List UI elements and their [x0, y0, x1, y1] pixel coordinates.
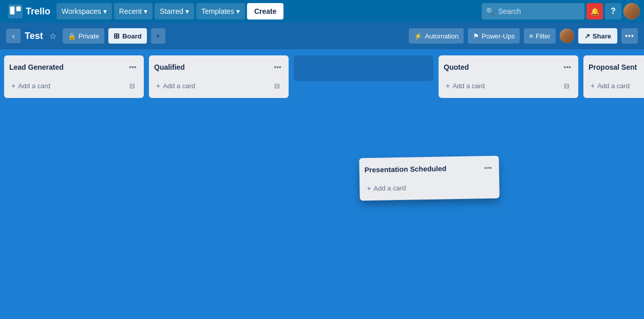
board-content: Lead Generated ••• + Add a card ⊟ Qualif… — [0, 49, 644, 319]
recent-label: Recent — [119, 7, 142, 15]
list-menu-button-presentation[interactable]: ••• — [482, 161, 494, 174]
list-header-qualified: Qualified ••• — [154, 61, 283, 73]
plus-icon-qualified: + — [156, 82, 160, 90]
add-card-button-presentation[interactable]: + Add a card — [365, 179, 494, 195]
notification-button[interactable]: 🔔 — [586, 3, 603, 19]
board-view-button[interactable]: ⊞ Board — [108, 28, 147, 44]
svg-rect-2 — [16, 6, 21, 11]
share-label: Share — [593, 32, 611, 40]
add-card-button-quoted[interactable]: + Add a card — [444, 78, 560, 93]
board-private-button[interactable]: 🔒 Private — [63, 28, 104, 44]
add-card-button-qualified[interactable]: + Add a card — [154, 78, 270, 93]
plus-icon-proposal: + — [591, 82, 595, 90]
help-button[interactable]: ? — [605, 3, 621, 19]
search-input[interactable] — [482, 3, 584, 19]
plus-icon-quoted: + — [446, 82, 450, 90]
list-proposal-sent: Proposal Sent ••• + Add a card ⊟ — [583, 55, 644, 98]
add-card-label-qualified: Add a card — [163, 82, 195, 90]
recent-menu[interactable]: Recent ▾ — [114, 3, 153, 19]
list-title-presentation: Presentation Scheduled — [365, 164, 447, 174]
svg-rect-1 — [10, 6, 15, 14]
board-more-button[interactable]: ••• — [621, 28, 638, 44]
templates-chevron: ▾ — [236, 7, 240, 15]
help-icon: ? — [611, 7, 616, 16]
starred-menu[interactable]: Starred ▾ — [155, 3, 194, 19]
automation-label: Automation — [425, 32, 459, 40]
recent-chevron: ▾ — [144, 7, 147, 15]
navbar: Trello Workspaces ▾ Recent ▾ Starred ▾ T… — [0, 0, 644, 23]
create-button[interactable]: Create — [247, 3, 284, 19]
workspaces-menu[interactable]: Workspaces ▾ — [56, 3, 112, 19]
list-menu-button-lead-generated[interactable]: ••• — [127, 61, 139, 73]
add-card-button-proposal-sent[interactable]: + Add a card — [589, 78, 644, 93]
board-star-button[interactable]: ☆ — [47, 29, 59, 43]
add-card-label-quoted: Add a card — [452, 82, 485, 90]
add-card-label-proposal: Add a card — [597, 82, 630, 90]
list-title-proposal-sent: Proposal Sent — [589, 63, 637, 71]
list-quoted: Quoted ••• + Add a card ⊟ — [439, 55, 578, 98]
list-title-lead-generated: Lead Generated — [9, 63, 64, 71]
powerups-label: Power-Ups — [482, 32, 515, 40]
add-card-row-qualified: + Add a card ⊟ — [154, 78, 283, 93]
starred-label: Starred — [160, 7, 183, 15]
create-template-button-qualified[interactable]: ⊟ — [270, 78, 283, 93]
add-card-row-lead-generated: + Add a card ⊟ — [9, 78, 139, 93]
board-title: Test — [25, 31, 43, 42]
workspaces-label: Workspaces — [62, 7, 101, 15]
board-view-icon: ⊞ — [113, 32, 120, 40]
create-template-icon: ⊟ — [129, 82, 135, 90]
avatar-image — [623, 3, 640, 19]
ellipsis-icon-presentation: ••• — [484, 164, 492, 172]
templates-menu[interactable]: Templates ▾ — [196, 3, 245, 19]
list-header-presentation: Presentation Scheduled ••• — [364, 161, 494, 176]
list-title-quoted: Quoted — [444, 63, 469, 71]
board-back-button[interactable]: ‹ — [6, 29, 21, 43]
add-card-row-quoted: + Add a card ⊟ — [444, 78, 573, 93]
plus-icon-presentation: + — [367, 184, 371, 192]
powerups-icon: ⚑ — [473, 32, 479, 40]
lightning-icon: ⚡ — [414, 32, 422, 40]
add-card-label-presentation: Add a card — [373, 184, 406, 192]
powerups-button[interactable]: ⚑ Power-Ups — [468, 28, 520, 44]
list-title-qualified: Qualified — [154, 63, 185, 71]
automation-button[interactable]: ⚡ Automation — [409, 28, 464, 44]
add-card-button-lead-generated[interactable]: + Add a card — [9, 78, 125, 93]
list-lead-generated: Lead Generated ••• + Add a card ⊟ — [4, 55, 144, 98]
create-template-button-lead-generated[interactable]: ⊟ — [125, 78, 139, 93]
star-icon: ☆ — [49, 32, 56, 41]
filter-label: Filter — [536, 32, 551, 40]
chevron-down-icon: ▾ — [157, 33, 159, 39]
back-icon: ‹ — [12, 32, 15, 40]
list-menu-button-qualified[interactable]: ••• — [272, 61, 283, 73]
add-card-row-proposal: + Add a card ⊟ — [589, 78, 644, 93]
ellipsis-icon-quoted: ••• — [563, 63, 571, 71]
filter-icon: ≡ — [529, 32, 533, 40]
add-card-label-lead-generated: Add a card — [18, 82, 50, 90]
list-menu-button-quoted[interactable]: ••• — [561, 61, 573, 73]
ellipsis-icon-qualified: ••• — [274, 63, 281, 71]
starred-chevron: ▾ — [185, 7, 189, 15]
templates-label: Templates — [201, 7, 234, 15]
create-template-button-quoted[interactable]: ⊟ — [560, 78, 573, 93]
trello-logo[interactable]: Trello — [4, 2, 54, 21]
share-button[interactable]: ↗ Share — [578, 28, 617, 44]
notification-icon: 🔔 — [591, 7, 599, 15]
filter-button[interactable]: ≡ Filter — [524, 28, 555, 44]
list-header-quoted: Quoted ••• — [444, 61, 573, 73]
ellipsis-icon: ••• — [129, 63, 137, 71]
more-icon: ••• — [625, 32, 634, 40]
create-label: Create — [254, 7, 277, 15]
lock-icon: 🔒 — [68, 32, 76, 40]
create-template-icon-quoted: ⊟ — [564, 82, 570, 90]
board-user-avatar[interactable] — [560, 29, 574, 43]
private-label: Private — [79, 32, 99, 40]
search-wrapper: 🔍 — [482, 3, 584, 19]
board-header: ‹ Test ☆ 🔒 Private ⊞ Board ▾ ⚡ Automatio… — [0, 23, 644, 49]
create-template-icon-qualified: ⊟ — [274, 82, 280, 90]
board-view-label: Board — [122, 32, 142, 40]
list-qualified: Qualified ••• + Add a card ⊟ — [149, 55, 289, 98]
list-header-lead-generated: Lead Generated ••• — [9, 61, 139, 73]
board-view-chevron-button[interactable]: ▾ — [151, 28, 165, 44]
list-placeholder — [294, 55, 433, 81]
user-avatar[interactable] — [623, 3, 640, 19]
